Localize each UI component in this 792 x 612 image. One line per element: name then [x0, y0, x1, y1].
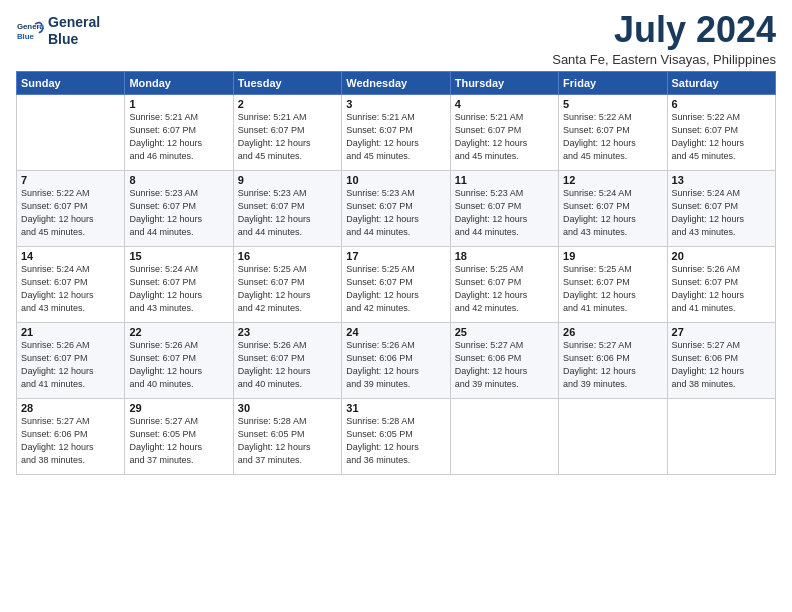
- day-info: Sunrise: 5:21 AM Sunset: 6:07 PM Dayligh…: [346, 111, 445, 163]
- day-number: 31: [346, 402, 445, 414]
- day-number: 12: [563, 174, 662, 186]
- weekday-header-tuesday: Tuesday: [233, 71, 341, 94]
- day-info: Sunrise: 5:27 AM Sunset: 6:06 PM Dayligh…: [563, 339, 662, 391]
- day-number: 24: [346, 326, 445, 338]
- weekday-header-monday: Monday: [125, 71, 233, 94]
- weekday-header-thursday: Thursday: [450, 71, 558, 94]
- calendar-cell: [667, 398, 775, 474]
- day-info: Sunrise: 5:22 AM Sunset: 6:07 PM Dayligh…: [563, 111, 662, 163]
- day-number: 7: [21, 174, 120, 186]
- weekday-header-sunday: Sunday: [17, 71, 125, 94]
- day-number: 21: [21, 326, 120, 338]
- calendar-cell: 15Sunrise: 5:24 AM Sunset: 6:07 PM Dayli…: [125, 246, 233, 322]
- day-number: 11: [455, 174, 554, 186]
- day-info: Sunrise: 5:27 AM Sunset: 6:05 PM Dayligh…: [129, 415, 228, 467]
- calendar-cell: 1Sunrise: 5:21 AM Sunset: 6:07 PM Daylig…: [125, 94, 233, 170]
- title-block: July 2024 Santa Fe, Eastern Visayas, Phi…: [552, 10, 776, 67]
- day-info: Sunrise: 5:26 AM Sunset: 6:07 PM Dayligh…: [21, 339, 120, 391]
- calendar-cell: 31Sunrise: 5:28 AM Sunset: 6:05 PM Dayli…: [342, 398, 450, 474]
- day-info: Sunrise: 5:23 AM Sunset: 6:07 PM Dayligh…: [455, 187, 554, 239]
- calendar-cell: [450, 398, 558, 474]
- calendar-cell: 19Sunrise: 5:25 AM Sunset: 6:07 PM Dayli…: [559, 246, 667, 322]
- day-number: 13: [672, 174, 771, 186]
- calendar-cell: 30Sunrise: 5:28 AM Sunset: 6:05 PM Dayli…: [233, 398, 341, 474]
- day-number: 17: [346, 250, 445, 262]
- month-year-title: July 2024: [552, 10, 776, 50]
- day-number: 22: [129, 326, 228, 338]
- day-number: 2: [238, 98, 337, 110]
- calendar-cell: 20Sunrise: 5:26 AM Sunset: 6:07 PM Dayli…: [667, 246, 775, 322]
- calendar-cell: 25Sunrise: 5:27 AM Sunset: 6:06 PM Dayli…: [450, 322, 558, 398]
- calendar-cell: 11Sunrise: 5:23 AM Sunset: 6:07 PM Dayli…: [450, 170, 558, 246]
- day-number: 4: [455, 98, 554, 110]
- day-number: 26: [563, 326, 662, 338]
- calendar-cell: 13Sunrise: 5:24 AM Sunset: 6:07 PM Dayli…: [667, 170, 775, 246]
- calendar-cell: 5Sunrise: 5:22 AM Sunset: 6:07 PM Daylig…: [559, 94, 667, 170]
- day-info: Sunrise: 5:23 AM Sunset: 6:07 PM Dayligh…: [346, 187, 445, 239]
- calendar-cell: 26Sunrise: 5:27 AM Sunset: 6:06 PM Dayli…: [559, 322, 667, 398]
- day-info: Sunrise: 5:25 AM Sunset: 6:07 PM Dayligh…: [238, 263, 337, 315]
- calendar-cell: 22Sunrise: 5:26 AM Sunset: 6:07 PM Dayli…: [125, 322, 233, 398]
- calendar-cell: 9Sunrise: 5:23 AM Sunset: 6:07 PM Daylig…: [233, 170, 341, 246]
- day-number: 23: [238, 326, 337, 338]
- week-row-5: 28Sunrise: 5:27 AM Sunset: 6:06 PM Dayli…: [17, 398, 776, 474]
- calendar-cell: 3Sunrise: 5:21 AM Sunset: 6:07 PM Daylig…: [342, 94, 450, 170]
- day-info: Sunrise: 5:21 AM Sunset: 6:07 PM Dayligh…: [129, 111, 228, 163]
- calendar-cell: 2Sunrise: 5:21 AM Sunset: 6:07 PM Daylig…: [233, 94, 341, 170]
- day-info: Sunrise: 5:25 AM Sunset: 6:07 PM Dayligh…: [455, 263, 554, 315]
- day-number: 25: [455, 326, 554, 338]
- calendar-cell: 16Sunrise: 5:25 AM Sunset: 6:07 PM Dayli…: [233, 246, 341, 322]
- day-info: Sunrise: 5:21 AM Sunset: 6:07 PM Dayligh…: [455, 111, 554, 163]
- day-number: 10: [346, 174, 445, 186]
- calendar-cell: 17Sunrise: 5:25 AM Sunset: 6:07 PM Dayli…: [342, 246, 450, 322]
- day-number: 3: [346, 98, 445, 110]
- logo-text-line1: General: [48, 14, 100, 31]
- day-info: Sunrise: 5:25 AM Sunset: 6:07 PM Dayligh…: [563, 263, 662, 315]
- day-number: 8: [129, 174, 228, 186]
- day-info: Sunrise: 5:23 AM Sunset: 6:07 PM Dayligh…: [129, 187, 228, 239]
- day-info: Sunrise: 5:21 AM Sunset: 6:07 PM Dayligh…: [238, 111, 337, 163]
- day-info: Sunrise: 5:28 AM Sunset: 6:05 PM Dayligh…: [238, 415, 337, 467]
- weekday-header-row: SundayMondayTuesdayWednesdayThursdayFrid…: [17, 71, 776, 94]
- calendar-cell: 24Sunrise: 5:26 AM Sunset: 6:06 PM Dayli…: [342, 322, 450, 398]
- calendar-cell: 18Sunrise: 5:25 AM Sunset: 6:07 PM Dayli…: [450, 246, 558, 322]
- header: General Blue General Blue July 2024 Sant…: [16, 10, 776, 67]
- day-info: Sunrise: 5:24 AM Sunset: 6:07 PM Dayligh…: [129, 263, 228, 315]
- day-info: Sunrise: 5:24 AM Sunset: 6:07 PM Dayligh…: [21, 263, 120, 315]
- calendar-cell: 14Sunrise: 5:24 AM Sunset: 6:07 PM Dayli…: [17, 246, 125, 322]
- calendar-cell: 8Sunrise: 5:23 AM Sunset: 6:07 PM Daylig…: [125, 170, 233, 246]
- location-subtitle: Santa Fe, Eastern Visayas, Philippines: [552, 52, 776, 67]
- logo-text-line2: Blue: [48, 31, 100, 48]
- weekday-header-friday: Friday: [559, 71, 667, 94]
- day-info: Sunrise: 5:28 AM Sunset: 6:05 PM Dayligh…: [346, 415, 445, 467]
- day-info: Sunrise: 5:22 AM Sunset: 6:07 PM Dayligh…: [21, 187, 120, 239]
- calendar-cell: 27Sunrise: 5:27 AM Sunset: 6:06 PM Dayli…: [667, 322, 775, 398]
- calendar-cell: 29Sunrise: 5:27 AM Sunset: 6:05 PM Dayli…: [125, 398, 233, 474]
- day-number: 19: [563, 250, 662, 262]
- page-container: General Blue General Blue July 2024 Sant…: [0, 0, 792, 485]
- calendar-cell: 7Sunrise: 5:22 AM Sunset: 6:07 PM Daylig…: [17, 170, 125, 246]
- day-number: 15: [129, 250, 228, 262]
- day-number: 9: [238, 174, 337, 186]
- day-number: 29: [129, 402, 228, 414]
- svg-text:Blue: Blue: [17, 32, 35, 41]
- calendar-cell: 6Sunrise: 5:22 AM Sunset: 6:07 PM Daylig…: [667, 94, 775, 170]
- day-info: Sunrise: 5:23 AM Sunset: 6:07 PM Dayligh…: [238, 187, 337, 239]
- calendar-cell: 4Sunrise: 5:21 AM Sunset: 6:07 PM Daylig…: [450, 94, 558, 170]
- day-number: 20: [672, 250, 771, 262]
- day-info: Sunrise: 5:27 AM Sunset: 6:06 PM Dayligh…: [21, 415, 120, 467]
- day-number: 27: [672, 326, 771, 338]
- calendar-cell: [559, 398, 667, 474]
- day-info: Sunrise: 5:25 AM Sunset: 6:07 PM Dayligh…: [346, 263, 445, 315]
- day-info: Sunrise: 5:24 AM Sunset: 6:07 PM Dayligh…: [672, 187, 771, 239]
- calendar-cell: 12Sunrise: 5:24 AM Sunset: 6:07 PM Dayli…: [559, 170, 667, 246]
- day-info: Sunrise: 5:26 AM Sunset: 6:07 PM Dayligh…: [129, 339, 228, 391]
- calendar-cell: 28Sunrise: 5:27 AM Sunset: 6:06 PM Dayli…: [17, 398, 125, 474]
- day-number: 18: [455, 250, 554, 262]
- logo: General Blue General Blue: [16, 14, 100, 48]
- day-number: 14: [21, 250, 120, 262]
- weekday-header-wednesday: Wednesday: [342, 71, 450, 94]
- day-number: 30: [238, 402, 337, 414]
- day-number: 6: [672, 98, 771, 110]
- logo-icon: General Blue: [16, 17, 44, 45]
